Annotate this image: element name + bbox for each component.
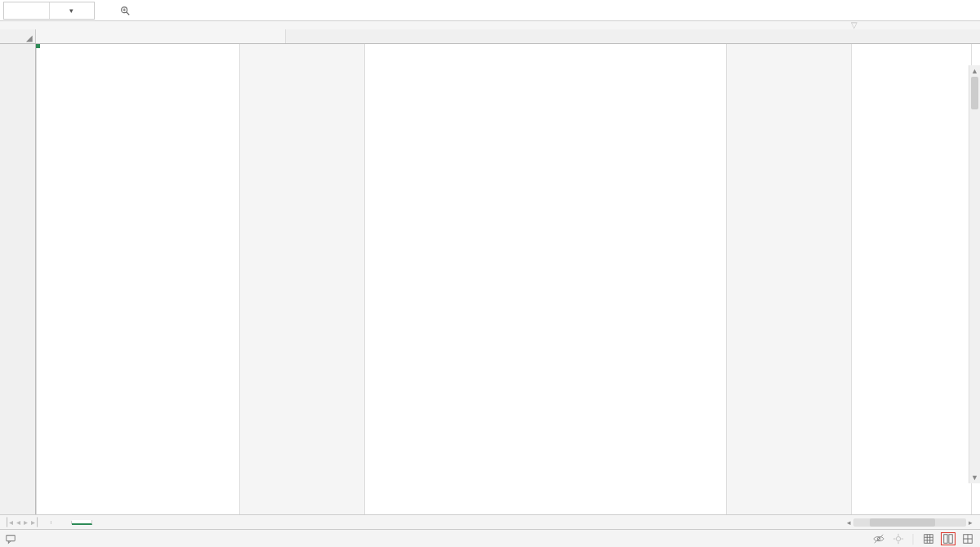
page-gap xyxy=(240,44,364,516)
svg-point-7 xyxy=(897,536,901,540)
tab-next-icon[interactable]: ▸ xyxy=(24,518,28,527)
cells-area[interactable] xyxy=(36,44,980,516)
fx-zone xyxy=(119,5,136,16)
select-all-corner[interactable]: ◢ xyxy=(0,29,36,43)
svg-rect-4 xyxy=(7,535,16,540)
svg-line-6 xyxy=(875,534,884,543)
tab-prev-icon[interactable]: ◂ xyxy=(16,518,20,527)
split-marker-icon[interactable]: ▽ xyxy=(851,20,858,29)
svg-line-1 xyxy=(127,11,130,15)
page-gap xyxy=(36,29,160,43)
scroll-down-icon[interactable]: ▼ xyxy=(969,472,980,483)
page-block-3 xyxy=(851,44,972,516)
tab-last-icon[interactable]: ▸⎮ xyxy=(31,518,39,527)
tab-nav: ⎮◂ ◂ ▸ ▸⎮ xyxy=(5,518,39,527)
hscroll-left-icon[interactable]: ◂ xyxy=(844,518,853,527)
name-box[interactable]: ▾ xyxy=(3,2,95,20)
ruler-strip: ▽ xyxy=(0,21,980,29)
sheet-tab-sheet1[interactable] xyxy=(51,521,72,524)
column-headers: ◢ xyxy=(0,29,980,44)
sheet-tab-sheet2[interactable] xyxy=(72,520,92,525)
page-break-view-button[interactable] xyxy=(960,532,975,545)
hscroll-thumb[interactable] xyxy=(870,518,935,527)
horizontal-scrollbar[interactable]: ◂ ▸ xyxy=(844,518,975,527)
hscroll-track[interactable] xyxy=(853,518,966,527)
name-box-dropdown-icon[interactable]: ▾ xyxy=(49,2,95,19)
scroll-up-icon[interactable]: ▲ xyxy=(969,65,980,77)
page-gap xyxy=(727,44,851,516)
vertical-scrollbar[interactable]: ▲ ▼ xyxy=(969,65,980,483)
formula-bar: ▾ xyxy=(0,0,980,21)
normal-view-button[interactable] xyxy=(921,532,936,545)
scroll-thumb[interactable] xyxy=(971,77,978,109)
page-block-2 xyxy=(364,44,727,516)
svg-rect-17 xyxy=(944,534,947,543)
scroll-track[interactable] xyxy=(969,77,980,472)
svg-rect-12 xyxy=(924,534,933,543)
status-bar: │ xyxy=(0,529,980,547)
spreadsheet-grid: ◢ ▲ ▼ xyxy=(0,29,980,516)
page-gap xyxy=(160,29,286,43)
comments-icon[interactable] xyxy=(5,533,16,545)
target-icon[interactable] xyxy=(891,532,906,545)
formula-input[interactable] xyxy=(142,2,980,19)
page-layout-view-button[interactable] xyxy=(941,532,956,545)
page-block-1 xyxy=(36,44,240,516)
svg-rect-18 xyxy=(949,534,952,543)
eye-icon[interactable] xyxy=(871,532,886,545)
row-headers xyxy=(0,44,36,516)
hscroll-right-icon[interactable]: ▸ xyxy=(966,518,975,527)
zoom-fx-icon[interactable] xyxy=(119,5,131,16)
sheet-tabs-bar: ⎮◂ ◂ ▸ ▸⎮ ◂ ▸ xyxy=(0,514,980,529)
tab-first-icon[interactable]: ⎮◂ xyxy=(5,518,13,527)
